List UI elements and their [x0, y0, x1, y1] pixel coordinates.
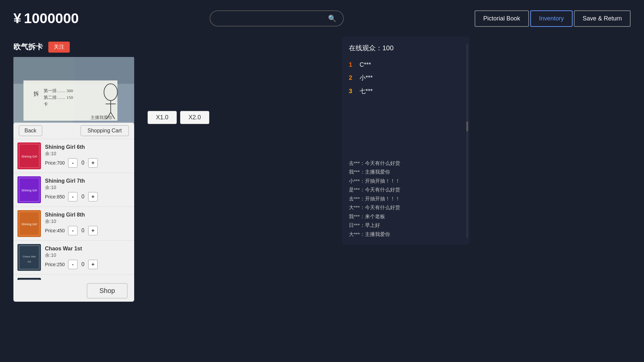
channel-name: 欧气拆卡 — [13, 42, 43, 52]
currency-symbol: ¥ — [13, 10, 21, 26]
item-stock: 余:10 — [45, 219, 130, 225]
speed-1x-button[interactable]: X1.0 — [148, 111, 177, 124]
scrollbar-thumb[interactable] — [466, 121, 468, 131]
quantity-control: - 0 + — [68, 192, 98, 201]
item-stock: 余:10 — [45, 151, 130, 157]
item-details: Shining Girl 8th 余:10 Price:450 - 0 + — [45, 212, 130, 235]
svg-text:1st: 1st — [28, 260, 31, 263]
shop-items-list: Shining Girl Shining Girl 6th 余:10 Price… — [13, 139, 134, 280]
right-panel: 在线观众：100 1 C*** 2 小*** 3 七*** 去***：今天有什么… — [342, 37, 470, 245]
shop-item: Chaos War 2nd Chaos War 2nd 余:10 — [13, 275, 134, 280]
channel-header: 欧气拆卡 关注 — [13, 37, 335, 57]
item-box-img: Shining Girl — [17, 176, 41, 203]
left-panel: 欧气拆卡 关注 拆 第一排…… 300 第二排…… 150 — [13, 37, 335, 362]
item-name: Shining Girl 8th — [45, 212, 130, 218]
item-name: Chaos War 1st — [45, 246, 130, 252]
quantity-control: - 0 + — [68, 226, 98, 235]
item-price: Price:450 — [45, 228, 65, 233]
video-speed-row: 拆 第一排…… 300 第二排…… 150 卡 主播我爱你 X1.0 X2.0 — [13, 57, 335, 124]
pictorial-book-button[interactable]: Pictorial Book — [475, 10, 529, 27]
item-image: Chaos War 1st — [17, 244, 41, 271]
svg-text:第二排…… 150: 第二排…… 150 — [44, 95, 73, 100]
video-container: 拆 第一排…… 300 第二排…… 150 卡 主播我爱你 — [13, 57, 134, 124]
follow-button[interactable]: 关注 — [48, 42, 70, 53]
shop-button[interactable]: Shop — [87, 283, 127, 298]
chat-message: 我***：来个老板 — [349, 213, 463, 221]
item-box-img: Shining Girl — [17, 142, 41, 169]
viewer-rank-3: 3 — [349, 88, 356, 95]
item-image: Chaos War 2nd — [17, 278, 41, 280]
viewer-rank-2: 2 — [349, 74, 356, 81]
item-name: Shining Girl 6th — [45, 144, 130, 150]
svg-text:拆: 拆 — [33, 91, 39, 97]
chat-message: 去***：今天有什么好货 — [349, 160, 463, 167]
qty-value: 0 — [79, 228, 86, 234]
search-input[interactable] — [217, 15, 328, 22]
header-buttons: Pictorial Book Inventory Save & Return — [475, 10, 631, 27]
item-image: Shining Girl — [17, 176, 41, 203]
shop-item: Shining Girl Shining Girl 7th 余:10 Price… — [13, 173, 134, 207]
shopping-cart-button[interactable]: Shopping Cart — [80, 125, 129, 136]
qty-value: 0 — [79, 194, 86, 200]
quantity-control: - 0 + — [68, 260, 98, 269]
item-price-row: Price:850 - 0 + — [45, 192, 130, 201]
qty-increase-button[interactable]: + — [88, 226, 98, 235]
item-price-row: Price:250 - 0 + — [45, 260, 130, 269]
viewer-name-2: 小*** — [360, 74, 373, 82]
viewer-list: 1 C*** 2 小*** 3 七*** — [349, 59, 463, 97]
item-details: Chaos War 1st 余:10 Price:250 - 0 + — [45, 246, 130, 269]
item-price-row: Price:450 - 0 + — [45, 226, 130, 235]
qty-decrease-button[interactable]: - — [68, 260, 77, 269]
qty-increase-button[interactable]: + — [88, 192, 98, 201]
chat-message: 是***：今天有什么好货 — [349, 186, 463, 194]
shop-panel: Back Shopping Cart Shining Girl — [13, 123, 134, 302]
search-icon: 🔍 — [328, 14, 336, 22]
shop-item: Shining Girl Shining Girl 8th 余:10 Price… — [13, 207, 134, 241]
scrollbar-track[interactable] — [466, 44, 468, 238]
item-box-img: Chaos War 1st — [17, 244, 41, 271]
shop-button-container: Shop — [13, 280, 134, 302]
inventory-button[interactable]: Inventory — [530, 10, 573, 27]
viewer-rank-1: 1 — [349, 61, 356, 68]
item-price-row: Price:700 - 0 + — [45, 158, 130, 168]
viewer-item: 2 小*** — [349, 72, 463, 84]
qty-decrease-button[interactable]: - — [68, 192, 77, 201]
qty-value: 0 — [79, 261, 86, 267]
chat-message: 小***：开抽开抽！！！ — [349, 177, 463, 185]
back-button[interactable]: Back — [19, 125, 42, 136]
item-stock: 余:10 — [45, 252, 130, 258]
svg-text:Shining Girl: Shining Girl — [21, 189, 37, 192]
save-return-button[interactable]: Save & Return — [574, 10, 631, 27]
shop-panel-header: Back Shopping Cart — [13, 123, 134, 139]
qty-decrease-button[interactable]: - — [68, 158, 77, 168]
item-box-img: Shining Girl — [17, 210, 41, 237]
speed-buttons: X1.0 X2.0 — [148, 111, 209, 124]
search-bar[interactable]: 🔍 — [210, 10, 344, 26]
qty-decrease-button[interactable]: - — [68, 226, 77, 235]
item-box-img: Chaos War 2nd — [17, 278, 41, 280]
online-count: 在线观众：100 — [349, 44, 463, 53]
speed-2x-button[interactable]: X2.0 — [180, 111, 209, 124]
header: ¥ 1000000 🔍 Pictorial Book Inventory Sav… — [0, 0, 644, 37]
viewer-item: 1 C*** — [349, 59, 463, 70]
svg-text:Chaos War: Chaos War — [22, 255, 36, 258]
video-content: 拆 第一排…… 300 第二排…… 150 卡 主播我爱你 — [13, 57, 134, 124]
chat-area: 去***：今天有什么好货 我***：主播我爱你 小***：开抽开抽！！！ 是**… — [349, 160, 463, 238]
viewer-name-3: 七*** — [360, 87, 373, 95]
shop-item: Chaos War 1st Chaos War 1st 余:10 Price:2… — [13, 241, 134, 275]
quantity-control: - 0 + — [68, 158, 98, 168]
item-stock: 余:10 — [45, 185, 130, 191]
qty-increase-button[interactable]: + — [88, 260, 98, 269]
svg-rect-2 — [13, 57, 134, 84]
item-name: Shining Girl 7th — [45, 178, 130, 184]
balance-display: ¥ 1000000 — [13, 10, 79, 26]
svg-text:第一排…… 300: 第一排…… 300 — [44, 88, 73, 93]
chat-message: 我***：主播我爱你 — [349, 168, 463, 176]
item-details: Shining Girl 7th 余:10 Price:850 - 0 + — [45, 178, 130, 201]
qty-increase-button[interactable]: + — [88, 158, 98, 168]
chat-message: 去***：开抽开抽！！！ — [349, 195, 463, 203]
viewer-item: 3 七*** — [349, 85, 463, 97]
item-price: Price:850 — [45, 194, 65, 199]
balance-value: 1000000 — [24, 10, 79, 26]
svg-rect-3 — [23, 80, 117, 121]
